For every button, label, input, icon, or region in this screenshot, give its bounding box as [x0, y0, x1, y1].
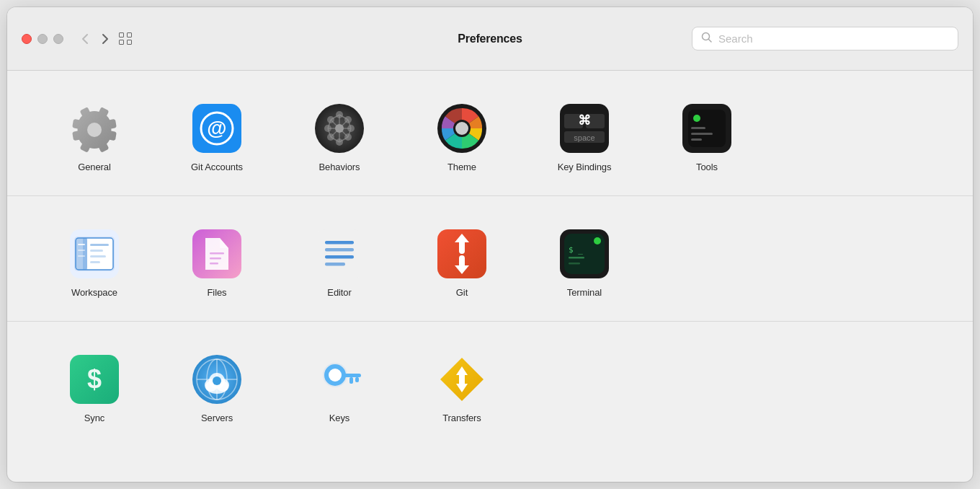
icon-grid-workspace: Workspace [33, 219, 947, 304]
svg-text:$: $ [87, 364, 102, 394]
tools-label: Tools [696, 162, 718, 172]
keys-item[interactable]: Keys [278, 345, 401, 429]
svg-rect-57 [78, 250, 85, 251]
transfers-label: Transfers [442, 413, 481, 423]
search-icon [701, 32, 713, 45]
servers-icon [191, 353, 243, 405]
icon-grid-general: General @ Git Accounts [33, 94, 947, 178]
git-accounts-icon: @ [191, 102, 243, 154]
minimize-button[interactable] [37, 34, 48, 44]
editor-label: Editor [327, 287, 351, 298]
tools-item[interactable]: Tools [646, 94, 768, 178]
files-icon [191, 228, 243, 280]
maximize-button[interactable] [53, 34, 63, 44]
svg-point-1 [87, 123, 102, 137]
section-workspace: Workspace [7, 196, 973, 322]
content-area: General @ Git Accounts [7, 71, 973, 482]
svg-rect-55 [90, 261, 100, 263]
keys-label: Keys [329, 413, 350, 423]
servers-label: Servers [201, 413, 233, 423]
svg-rect-62 [210, 263, 218, 265]
traffic-lights [22, 34, 63, 44]
icon-grid-sync: $ Sync [33, 345, 947, 429]
transfers-item[interactable]: Transfers [401, 345, 523, 429]
git-accounts-item[interactable]: @ Git Accounts [156, 94, 278, 178]
svg-rect-56 [78, 244, 85, 245]
editor-item[interactable]: Editor [278, 219, 401, 304]
servers-item[interactable]: Servers [156, 345, 278, 429]
svg-text:$ _: $ _ [569, 245, 583, 255]
svg-point-33 [455, 122, 468, 135]
sync-icon: $ [68, 353, 120, 405]
git-icon [436, 228, 488, 280]
svg-rect-58 [78, 255, 85, 257]
general-icon [68, 102, 120, 154]
section-general: General @ Git Accounts [7, 71, 973, 196]
svg-rect-67 [325, 263, 345, 266]
terminal-item[interactable]: $ _ Terminal [523, 219, 646, 304]
svg-point-42 [693, 115, 700, 122]
theme-icon [436, 102, 488, 154]
svg-text:space: space [574, 133, 594, 142]
svg-text:⌘: ⌘ [578, 113, 591, 128]
svg-rect-65 [325, 248, 354, 252]
svg-rect-93 [344, 374, 361, 377]
keys-icon [313, 353, 365, 405]
forward-button[interactable] [95, 29, 115, 49]
git-label: Git [456, 287, 468, 298]
svg-text:@: @ [207, 117, 226, 139]
back-arrow-icon [81, 33, 89, 45]
grid-view-button[interactable] [115, 29, 135, 49]
key-bindings-item[interactable]: ⌘ space Key Bindings [523, 94, 646, 178]
sync-label: Sync [84, 413, 105, 423]
svg-rect-61 [210, 257, 221, 260]
svg-rect-43 [691, 127, 705, 129]
behaviors-label: Behaviors [319, 162, 360, 172]
svg-rect-44 [691, 133, 713, 135]
files-label: Files [208, 287, 227, 298]
svg-rect-94 [355, 377, 359, 382]
svg-rect-76 [569, 257, 584, 259]
grid-view-icon [119, 32, 132, 45]
sync-item[interactable]: $ Sync [33, 345, 156, 429]
terminal-icon: $ _ [558, 228, 610, 280]
git-item[interactable]: Git [401, 219, 523, 304]
workspace-icon [68, 228, 120, 280]
files-item[interactable]: Files [156, 219, 278, 304]
behaviors-item[interactable]: Behaviors [278, 94, 401, 178]
key-bindings-label: Key Bindings [558, 162, 612, 172]
svg-rect-77 [569, 263, 580, 265]
general-item[interactable]: General [33, 94, 156, 178]
titlebar: Preferences [7, 7, 973, 71]
svg-rect-60 [210, 252, 224, 255]
section-sync: $ Sync [7, 322, 973, 446]
svg-rect-51 [83, 238, 87, 270]
editor-icon [313, 228, 365, 280]
forward-arrow-icon [102, 33, 109, 45]
svg-rect-64 [325, 241, 354, 244]
svg-point-92 [329, 369, 342, 382]
svg-rect-54 [90, 255, 106, 257]
transfers-icon [436, 353, 488, 405]
close-button[interactable] [22, 34, 32, 44]
git-accounts-label: Git Accounts [191, 162, 243, 172]
svg-rect-45 [691, 138, 702, 141]
search-bar [692, 27, 958, 50]
general-label: General [78, 162, 111, 172]
svg-rect-66 [325, 255, 354, 259]
preferences-window: Preferences [7, 7, 973, 482]
back-button[interactable] [75, 29, 95, 49]
behaviors-icon [313, 102, 365, 154]
svg-rect-95 [349, 377, 353, 384]
search-input[interactable] [718, 32, 949, 45]
window-title: Preferences [458, 32, 522, 45]
theme-item[interactable]: Theme [401, 94, 523, 178]
svg-point-90 [213, 376, 221, 385]
svg-rect-53 [90, 250, 103, 252]
workspace-item[interactable]: Workspace [33, 219, 156, 304]
svg-point-78 [594, 237, 601, 244]
svg-rect-63 [315, 229, 364, 278]
tools-icon [681, 102, 733, 154]
theme-label: Theme [447, 162, 476, 172]
svg-rect-52 [90, 244, 109, 246]
